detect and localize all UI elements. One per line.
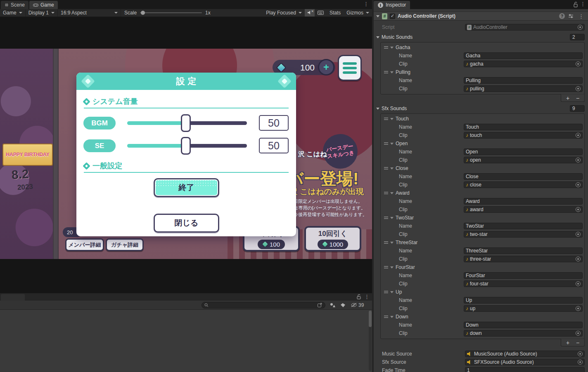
array-element-header[interactable]: Up — [381, 288, 583, 296]
remove-element-button[interactable]: − — [574, 95, 581, 101]
drag-handle-icon[interactable] — [384, 192, 388, 194]
object-picker-icon[interactable] — [576, 232, 581, 237]
sfx-source-field[interactable]: SFXSource (Audio Source) — [465, 359, 585, 365]
component-header[interactable]: # Audio Controller (Script) ? ⋮ — [374, 12, 588, 21]
hidden-count-toggle[interactable]: 39 — [349, 301, 366, 309]
tab-game[interactable]: Game — [29, 1, 58, 9]
inspector-lock-icon[interactable] — [574, 2, 578, 9]
foldout-icon[interactable] — [390, 217, 394, 219]
foldout-icon[interactable] — [390, 192, 394, 194]
foldout-icon[interactable] — [390, 71, 394, 73]
drag-handle-icon[interactable] — [384, 142, 388, 145]
bgm-slider[interactable] — [127, 121, 247, 125]
foldout-icon[interactable] — [390, 47, 394, 49]
drag-handle-icon[interactable] — [384, 217, 388, 219]
object-picker-icon[interactable] — [576, 158, 581, 162]
music-sounds-count-field[interactable]: 2 — [570, 34, 585, 40]
object-picker-icon[interactable] — [576, 61, 581, 66]
add-element-button[interactable]: + — [564, 340, 571, 346]
pull-ten-button[interactable]: 10回引く 1000 — [304, 226, 361, 252]
sfx-sounds-count-field[interactable]: 9 — [570, 105, 585, 112]
display-target-dropdown[interactable]: Game — [0, 9, 25, 16]
drag-handle-icon[interactable] — [384, 167, 388, 170]
script-field[interactable]: # AudioController — [465, 24, 585, 31]
object-picker-icon[interactable] — [578, 25, 583, 30]
drag-handle-icon[interactable] — [384, 241, 388, 244]
clip-field[interactable]: ♪pulling — [464, 85, 583, 92]
bottom-panel-tab[interactable] — [1, 294, 25, 301]
name-field[interactable]: Up — [464, 297, 583, 304]
remove-element-button[interactable]: − — [574, 340, 581, 346]
gizmos-dropdown[interactable]: Gizmos — [344, 9, 372, 16]
foldout-icon[interactable] — [390, 118, 394, 120]
drag-handle-icon[interactable] — [384, 266, 388, 268]
array-element-header[interactable]: Award — [381, 189, 583, 197]
object-picker-icon[interactable] — [576, 182, 581, 187]
drag-handle-icon[interactable] — [384, 46, 388, 49]
object-picker-icon[interactable] — [578, 360, 583, 365]
array-element-header[interactable]: Open — [381, 140, 583, 147]
play-focused-dropdown[interactable]: Play Focused — [263, 9, 305, 16]
object-picker-icon[interactable] — [576, 207, 581, 212]
game-panel-menu-icon[interactable]: ⋮ — [362, 1, 370, 7]
music-sounds-row[interactable]: Music Sounds 2 — [374, 33, 588, 41]
name-field[interactable]: Close — [464, 173, 583, 180]
name-field[interactable]: Open — [464, 148, 583, 155]
drag-handle-icon[interactable] — [384, 291, 388, 293]
component-menu-icon[interactable]: ⋮ — [577, 14, 586, 19]
foldout-icon[interactable] — [376, 36, 379, 38]
scrollbar-thumb[interactable] — [369, 311, 372, 327]
scale-slider-thumb[interactable] — [141, 11, 145, 15]
help-icon[interactable]: ? — [559, 13, 565, 19]
close-button[interactable]: 閉じる — [154, 214, 219, 233]
se-value-field[interactable]: 50 — [259, 138, 289, 153]
filter-by-type-icon[interactable] — [328, 302, 337, 308]
object-picker-icon[interactable] — [576, 86, 581, 91]
gacha-detail-button[interactable]: ガチャ詳細 — [106, 238, 144, 251]
hamburger-menu-button[interactable] — [338, 55, 362, 81]
inspector-menu-icon[interactable]: ⋮ — [579, 1, 587, 7]
bottom-panel-menu-icon[interactable]: ⋮ — [363, 294, 371, 299]
name-field[interactable]: Pulling — [464, 77, 583, 84]
lock-icon[interactable] — [357, 294, 361, 301]
tab-scene[interactable]: Scene — [1, 1, 28, 9]
array-element-header[interactable]: Down — [381, 313, 583, 320]
array-element-header[interactable]: Gacha — [381, 44, 583, 51]
object-picker-icon[interactable] — [576, 257, 581, 261]
quit-button[interactable]: 終了 — [154, 178, 219, 197]
bgm-slider-thumb[interactable] — [181, 114, 191, 132]
sfx-sounds-row[interactable]: Sfx Sounds 9 — [374, 104, 588, 113]
foldout-icon[interactable] — [390, 143, 394, 145]
foldout-icon[interactable] — [376, 108, 379, 110]
array-element-header[interactable]: ThreeStar — [381, 239, 583, 246]
array-element-header[interactable]: Close — [381, 165, 583, 172]
clip-field[interactable]: ♪open — [464, 157, 583, 163]
drag-handle-icon[interactable] — [384, 315, 388, 318]
array-element-header[interactable]: FourStar — [381, 264, 583, 271]
se-slider[interactable] — [127, 144, 247, 148]
name-field[interactable]: Award — [464, 198, 583, 205]
clip-field[interactable]: ♪three-star — [464, 256, 583, 262]
vsync-keyboard-button[interactable] — [315, 9, 327, 16]
se-slider-thumb[interactable] — [181, 137, 191, 155]
music-source-field[interactable]: MusicSource (Audio Source) — [465, 351, 585, 357]
array-element-header[interactable]: Pulling — [381, 68, 583, 76]
object-picker-icon[interactable] — [578, 351, 583, 356]
name-field[interactable]: Touch — [464, 124, 583, 130]
foldout-icon[interactable] — [390, 266, 394, 268]
name-field[interactable]: Gacha — [464, 52, 583, 59]
name-field[interactable]: TwoStar — [464, 223, 583, 229]
display-dropdown[interactable]: Display 1 — [26, 9, 57, 16]
name-field[interactable]: ThreeStar — [464, 247, 583, 254]
object-picker-icon[interactable] — [576, 133, 581, 138]
foldout-icon[interactable] — [390, 167, 394, 170]
bgm-value-field[interactable]: 50 — [259, 115, 289, 131]
open-search-window-icon[interactable] — [318, 303, 322, 307]
array-element-header[interactable]: Touch — [381, 115, 583, 122]
object-picker-icon[interactable] — [576, 331, 581, 336]
clip-field[interactable]: ♪close — [464, 181, 583, 188]
fade-time-field[interactable]: 1 — [465, 367, 585, 372]
filter-by-label-icon[interactable] — [338, 302, 348, 308]
name-field[interactable]: FourStar — [464, 272, 583, 279]
add-element-button[interactable]: + — [564, 95, 571, 101]
